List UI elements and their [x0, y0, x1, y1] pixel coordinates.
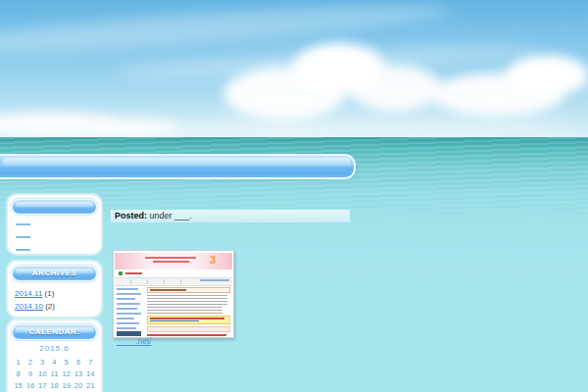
- calendar-day: 6: [73, 357, 84, 368]
- archive-count: (1): [45, 289, 55, 298]
- calendar-day: 15: [13, 380, 24, 392]
- text-line: [117, 308, 137, 310]
- text-line: [125, 272, 142, 274]
- cloud: [506, 55, 588, 96]
- calendar-day: 19: [61, 380, 73, 392]
- calendar-day: 16: [24, 380, 36, 392]
- text-line: [117, 327, 136, 329]
- text-line: [117, 322, 139, 324]
- calendar-header: CALENDAR:: [12, 324, 97, 340]
- nav-divider: [147, 279, 148, 284]
- calendar-day: 9: [24, 368, 36, 380]
- sky-background: [0, 0, 588, 139]
- calendar-week: 8 9 10 11 12 13 14: [13, 368, 97, 380]
- archives-list: 2014.11 (1) 2014.10 (2): [8, 285, 101, 313]
- archive-link[interactable]: 2014.10: [15, 302, 43, 311]
- thumbnail-content: [147, 287, 230, 338]
- calendar-day: 5: [61, 357, 73, 368]
- text-line: [117, 293, 141, 295]
- text-line: [145, 257, 196, 259]
- calendar-day: 14: [84, 368, 96, 380]
- archive-count: (2): [45, 302, 55, 311]
- archive-item: 2014.11 (1): [15, 287, 101, 300]
- thumbnail-sidebar: [117, 288, 143, 332]
- text-block: [147, 295, 227, 305]
- blog-title-banner[interactable]: [0, 154, 356, 179]
- text-line: [150, 318, 224, 319]
- sidebar-menu-box: [8, 195, 101, 254]
- calendar-day: 20: [73, 380, 84, 392]
- calendar-week: 1 2 3 4 5 6 7: [13, 357, 97, 368]
- post-meta-bar: Posted: under ___.: [111, 210, 350, 222]
- sidebar-link[interactable]: [16, 249, 30, 251]
- highlighted-note: [147, 316, 230, 324]
- horizon-haze: [0, 120, 588, 139]
- text-line: [150, 320, 199, 321]
- text-line: [117, 298, 135, 300]
- calendar-day: 11: [48, 368, 60, 380]
- text-line: [147, 334, 226, 336]
- calendar-day: 17: [36, 380, 48, 392]
- cloud: [349, 65, 442, 112]
- sidebar-link[interactable]: [16, 223, 30, 225]
- thumbnail-article-title: [147, 287, 230, 293]
- thumbnail-badge: 3: [210, 254, 216, 266]
- calendar-day: 3: [36, 357, 48, 368]
- text-line: [117, 303, 140, 305]
- menu-box-header: [12, 199, 97, 215]
- text-line: [200, 279, 229, 281]
- posted-label: Posted:: [115, 211, 147, 220]
- sidebar-calendar-box: CALENDAR: 2015.6 1 2 3 4 5 6 7 8 9 10 11…: [8, 320, 101, 392]
- nav-divider: [180, 279, 181, 284]
- calendar-day: 12: [61, 368, 73, 380]
- thumbnail-nav-bar: [115, 277, 232, 286]
- archives-header: ARCHIVES: [12, 266, 97, 281]
- sidebar-archives-box: ARCHIVES 2014.11 (1) 2014.10 (2): [8, 262, 101, 317]
- text-line: [117, 313, 141, 315]
- post-url-link[interactable]: ____.net/: [117, 336, 151, 346]
- text-line: [150, 289, 186, 291]
- calendar-day: 21: [84, 380, 96, 392]
- section-bar: [147, 326, 230, 332]
- calendar-day: 1: [13, 357, 24, 368]
- calendar-week: 15 16 17 18 19 20 21: [13, 380, 97, 392]
- logo-icon: [119, 271, 122, 275]
- calendar-day: 10: [36, 368, 48, 380]
- post-thumbnail-image[interactable]: 3: [113, 250, 234, 338]
- sidebar-link[interactable]: [16, 236, 30, 238]
- text-line: [117, 288, 138, 290]
- menu-link-list: [8, 219, 101, 251]
- blog-page: ARCHIVES 2014.11 (1) 2014.10 (2) CALENDA…: [0, 0, 588, 392]
- calendar-day: 4: [48, 357, 60, 368]
- nav-divider: [130, 279, 131, 284]
- archives-header-label: ARCHIVES: [32, 269, 76, 277]
- text-line: [117, 318, 134, 319]
- calendar-day: 7: [84, 357, 96, 368]
- calendar-day: 13: [73, 368, 84, 380]
- posted-under-text: under ___.: [150, 211, 192, 220]
- calendar-day: 2: [24, 357, 36, 368]
- calendar-month-label: 2015.6: [8, 344, 101, 353]
- archive-link[interactable]: 2014.11: [15, 289, 42, 298]
- calendar-day: 8: [13, 368, 24, 380]
- thumbnail-site-header: 3: [115, 253, 232, 270]
- text-block: [147, 307, 222, 314]
- thumbnail-logo-strip: [115, 270, 232, 277]
- nav-divider: [164, 279, 165, 284]
- calendar-grid: 1 2 3 4 5 6 7 8 9 10 11 12 13 14 15 16 1…: [13, 357, 97, 392]
- calendar-day: 18: [48, 380, 60, 392]
- archive-item: 2014.10 (2): [15, 300, 101, 313]
- text-line: [153, 261, 189, 263]
- calendar-header-label: CALENDAR:: [28, 327, 79, 336]
